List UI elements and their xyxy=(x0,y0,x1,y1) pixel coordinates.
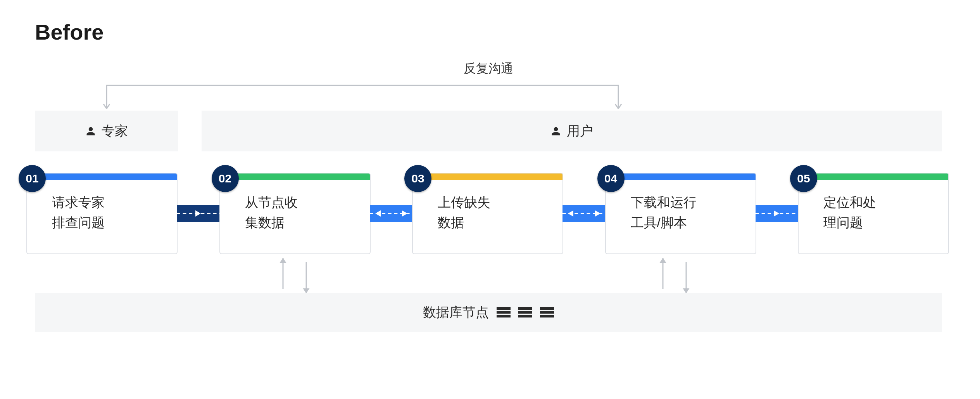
arrow-connector-bidirectional xyxy=(370,205,413,222)
flow-diagram: 反复沟通 专家 用户 01 请求专家排查问题 02 从节点收集数据 xyxy=(35,60,942,378)
svg-rect-10 xyxy=(497,315,511,317)
svg-rect-9 xyxy=(497,311,511,314)
arrow-left-icon xyxy=(374,210,381,217)
arrow-right-icon xyxy=(594,210,602,217)
step-color-bar xyxy=(799,173,948,180)
step-color-bar xyxy=(413,173,562,180)
step-color-bar xyxy=(606,173,756,180)
svg-rect-11 xyxy=(518,307,532,310)
step-text-line: 请求专家 xyxy=(52,192,177,212)
step-text-line: 工具/脚本 xyxy=(631,212,756,232)
step-text-line: 定位和处 xyxy=(823,192,948,212)
server-icon xyxy=(497,307,511,318)
step-badge: 04 xyxy=(597,165,625,192)
step-text-line: 上传缺失 xyxy=(438,192,562,212)
step-text-line: 从节点收 xyxy=(245,192,370,212)
step-text-line: 下载和运行 xyxy=(631,192,756,212)
step-text-line: 理问题 xyxy=(823,212,948,232)
user-role-box: 用户 xyxy=(202,111,942,151)
arrow-connector xyxy=(177,205,220,222)
arrow-right-icon xyxy=(195,210,202,217)
step-01: 01 请求专家排查问题 xyxy=(26,173,178,254)
step-badge: 02 xyxy=(212,165,239,192)
step-color-bar xyxy=(220,173,370,180)
person-icon xyxy=(550,126,561,137)
expert-label: 专家 xyxy=(102,122,128,140)
svg-rect-13 xyxy=(518,315,532,317)
svg-rect-12 xyxy=(518,311,532,314)
server-icon xyxy=(540,307,554,318)
db-link-arrows xyxy=(271,258,318,293)
arrow-right-icon xyxy=(773,210,781,217)
step-badge: 01 xyxy=(19,165,46,192)
step-05: 05 定位和处理问题 xyxy=(798,173,949,254)
svg-rect-14 xyxy=(540,307,554,310)
svg-rect-8 xyxy=(497,307,511,310)
database-nodes-bar: 数据库节点 xyxy=(35,293,942,332)
db-label: 数据库节点 xyxy=(423,304,489,321)
communication-arrow xyxy=(103,82,622,109)
svg-rect-15 xyxy=(540,311,554,314)
step-03: 03 上传缺失数据 xyxy=(412,173,563,254)
server-icon xyxy=(518,307,532,318)
person-icon xyxy=(85,126,96,137)
arrow-left-icon xyxy=(566,210,574,217)
arrow-right-icon xyxy=(401,210,409,217)
step-02: 02 从节点收集数据 xyxy=(219,173,371,254)
step-badge: 03 xyxy=(404,165,431,192)
step-text-line: 集数据 xyxy=(245,212,370,232)
arrow-connector-bidirectional xyxy=(562,205,606,222)
communication-label: 反复沟通 xyxy=(35,60,942,77)
diagram-title: Before xyxy=(35,19,945,45)
user-label: 用户 xyxy=(567,122,593,140)
step-text-line: 数据 xyxy=(438,212,562,232)
svg-rect-16 xyxy=(540,315,554,317)
steps-row: 01 请求专家排查问题 02 从节点收集数据 03 上传缺失数据 xyxy=(26,169,949,258)
db-link-arrows xyxy=(651,258,698,293)
step-04: 04 下载和运行工具/脚本 xyxy=(605,173,756,254)
step-color-bar xyxy=(27,173,177,180)
arrow-connector xyxy=(756,205,799,222)
expert-role-box: 专家 xyxy=(35,111,178,151)
step-badge: 05 xyxy=(790,165,817,192)
step-text-line: 排查问题 xyxy=(52,212,177,232)
